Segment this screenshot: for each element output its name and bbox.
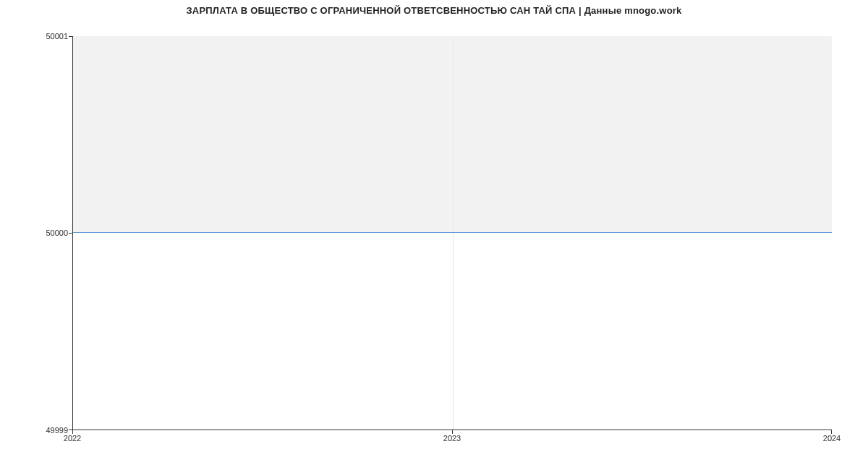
line-series (73, 232, 832, 233)
x-tick-label: 2022 (64, 434, 81, 443)
x-tick-mark (831, 430, 832, 434)
x-tick-mark (72, 430, 73, 434)
x-gridline (453, 36, 454, 430)
chart-container: ЗАРПЛАТА В ОБЩЕСТВО С ОГРАНИЧЕННОЙ ОТВЕТ… (0, 0, 868, 470)
x-tick-mark (452, 430, 453, 434)
x-tick-label: 2024 (823, 434, 841, 443)
y-tick-label: 50001 (46, 32, 68, 40)
chart-title: ЗАРПЛАТА В ОБЩЕСТВО С ОГРАНИЧЕННОЙ ОТВЕТ… (0, 0, 868, 16)
y-tick-label: 50000 (46, 228, 68, 237)
x-tick-label: 2023 (443, 434, 461, 443)
plot-area (72, 36, 832, 430)
